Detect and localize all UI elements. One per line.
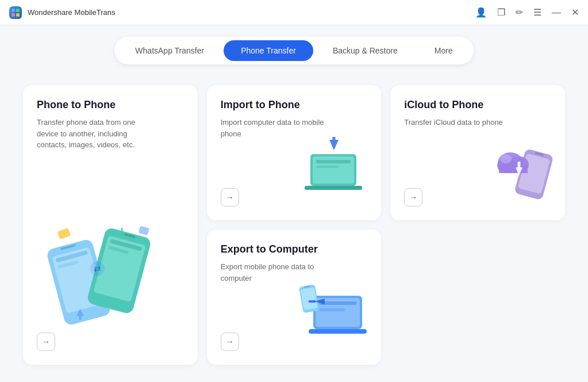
svg-rect-48 [309,300,316,303]
svg-rect-25 [316,160,351,163]
card-title-phone-to-phone: Phone to Phone [37,99,184,111]
window-controls: 👤 ❐ ✏ ☰ — ✕ [475,8,579,17]
svg-rect-26 [316,166,339,168]
svg-rect-3 [16,13,20,17]
window-icon[interactable]: ❐ [497,8,505,17]
title-bar-left: Wondershare MobileTrans [9,6,115,19]
svg-rect-41 [309,329,367,334]
edit-icon[interactable]: ✏ [516,8,523,17]
svg-rect-28 [333,137,336,140]
app-icon [9,6,22,19]
svg-rect-24 [305,186,362,190]
card-title-import: Import to Phone [221,99,368,111]
svg-text:⇄: ⇄ [94,264,101,273]
tab-phone[interactable]: Phone Transfer [224,40,313,61]
close-icon[interactable]: ✕ [571,8,579,17]
card-title-export: Export to Computer [221,243,368,255]
tab-whatsapp[interactable]: WhatsApp Transfer [118,40,221,61]
card-arrow-phone-to-phone[interactable]: → [37,333,55,351]
svg-rect-35 [499,165,528,173]
svg-rect-1 [16,9,20,12]
svg-point-36 [500,154,512,163]
card-arrow-icloud[interactable]: → [404,188,422,207]
svg-rect-38 [517,162,520,167]
nav-bar: WhatsApp Transfer Phone Transfer Backup … [0,25,588,74]
main-content: WhatsApp Transfer Phone Transfer Backup … [0,25,588,382]
card-desc-import: Import computer data to mobile phone [221,117,324,139]
card-phone-to-phone[interactable]: Phone to Phone Transfer phone data from … [23,85,198,365]
tab-more[interactable]: More [417,40,470,61]
svg-rect-2 [11,13,15,17]
svg-rect-0 [11,9,15,12]
account-icon[interactable]: 👤 [475,8,487,17]
card-arrow-export[interactable]: → [221,333,239,351]
menu-icon[interactable]: ☰ [533,8,541,17]
nav-tabs: WhatsApp Transfer Phone Transfer Backup … [114,37,473,64]
app-name: Wondershare MobileTrans [28,8,115,17]
cards-grid: Phone to Phone Transfer phone data from … [0,74,588,382]
svg-marker-27 [329,140,339,150]
card-title-icloud: iCloud to Phone [404,99,551,111]
minimize-icon[interactable]: — [552,8,561,17]
svg-rect-16 [57,228,71,240]
card-export-to-computer[interactable]: Export to Computer Export mobile phone d… [207,230,382,365]
svg-rect-43 [319,308,345,311]
svg-rect-17 [139,226,149,235]
svg-rect-21 [121,228,123,232]
card-icloud-to-phone[interactable]: iCloud to Phone Transfer iCloud data to … [390,85,565,220]
title-bar: Wondershare MobileTrans 👤 ❐ ✏ ☰ — ✕ [0,0,588,25]
card-desc-icloud: Transfer iCloud data to phone [404,117,508,128]
tab-backup[interactable]: Backup & Restore [316,40,415,61]
card-arrow-import[interactable]: → [221,188,239,207]
card-import-to-phone[interactable]: Import to Phone Import computer data to … [207,85,382,220]
card-desc-phone-to-phone: Transfer phone data from one device to a… [37,117,140,151]
svg-rect-19 [79,316,82,320]
